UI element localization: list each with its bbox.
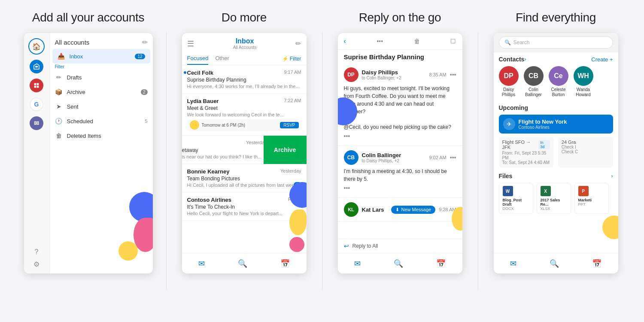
msg-body-0: Hi guys, excited to meet tonight. I'll b…	[344, 85, 456, 131]
nav-inbox[interactable]: 📥 Inbox 12	[52, 49, 150, 64]
file-icon-0: W	[503, 186, 513, 196]
nav-scheduled[interactable]: 🕐 Scheduled 5	[50, 114, 153, 128]
search-placeholder: Search	[513, 39, 530, 46]
settings-icon[interactable]: ⚙	[33, 260, 39, 268]
files-row: W Blog_Post Draft DOCX X 2017 Sales Re..…	[494, 181, 618, 216]
drafts-label: Drafts	[67, 74, 82, 81]
contact-3[interactable]: WH WandaHoward	[574, 66, 593, 97]
preview-0: Hi everyone, 4:30 works for me, I'll alr…	[187, 84, 301, 89]
filter-btn[interactable]: ⚡ Filter	[282, 56, 301, 62]
email-item-0[interactable]: Cecil Folk 9:17 AM Suprise Birthday Plan…	[182, 65, 307, 94]
file-type-0: DOCX	[503, 207, 529, 211]
subject-3: Team Bonding Pictures	[187, 176, 301, 182]
file-name-2: Marketi	[578, 198, 605, 202]
file-2[interactable]: P Marketi PPT	[574, 183, 609, 214]
preview-3: Hi Cecil, I uploaded all of the pictures…	[187, 182, 301, 188]
flight-sub2-1: Check C	[562, 149, 610, 154]
email-account[interactable]: ✉	[30, 116, 43, 130]
inbox-label: Inbox	[70, 53, 83, 60]
email-item-3[interactable]: Bonnie Kearney Yesterday Team Bonding Pi…	[182, 164, 307, 192]
bottom-bar-2: ✉ 🔍 📅	[182, 253, 307, 273]
email-item-2-swipe[interactable]: Archive ne Yesterday d weekend getaway e…	[182, 136, 307, 164]
delete-icon[interactable]: 🗑	[414, 38, 420, 45]
search-active-icon-4[interactable]: 🔍	[550, 259, 559, 268]
reply-bar[interactable]: ↩ Reply to All	[338, 239, 462, 253]
nav-sent[interactable]: ➤ Sent	[50, 99, 153, 114]
thread-header: ‹ ••• 🗑 ☐	[338, 33, 462, 50]
msg-time-2: 9:28 AM	[439, 207, 456, 212]
mail-icon-3[interactable]: ✉	[354, 259, 361, 268]
archive-action[interactable]: Archive	[264, 136, 307, 164]
contact-1[interactable]: CB ColinBallinger	[524, 66, 544, 97]
flight-sub1-1: Check I	[562, 145, 610, 149]
upcoming-card[interactable]: ✈ Flight to New York Contoso Airlines	[499, 115, 613, 134]
nav-archive[interactable]: 📦 Archive 2	[50, 85, 153, 99]
contacts-arrow[interactable]: ›	[524, 56, 526, 62]
msg-more-1[interactable]: •••	[450, 154, 456, 161]
archive-thread-icon[interactable]: ☐	[450, 38, 456, 45]
rsvp-button[interactable]: RSVP	[280, 122, 298, 128]
search-icon: 🔍	[504, 39, 511, 46]
search-tab-icon[interactable]: 🔍	[238, 259, 247, 268]
thread-title: Suprise Birthday Planning	[338, 50, 462, 63]
flight-item-1[interactable]: 24 Gra Check I Check C	[558, 137, 613, 167]
new-msg-label: New Message	[401, 207, 431, 212]
reply-icon: ↩	[344, 243, 349, 249]
time-4: Friday	[288, 197, 301, 203]
email-item-4[interactable]: Contoso Airlines Friday It's Time To Che…	[182, 192, 307, 221]
file-1[interactable]: X 2017 Sales Re... XLSX	[537, 183, 571, 214]
inbox-title: Inbox	[233, 37, 256, 45]
flight-label-0: Flight SFO → JFK	[502, 140, 539, 150]
compose-icon[interactable]: ✏	[295, 39, 301, 48]
unread-dot	[184, 71, 186, 74]
calendar-icon-4[interactable]: 📅	[592, 259, 601, 268]
office-account[interactable]	[30, 79, 43, 92]
email-item-1[interactable]: Lydia Bauer 7:22 AM Meet & Greet We look…	[182, 94, 307, 136]
search-icon-3[interactable]: 🔍	[394, 259, 403, 268]
tab-focused[interactable]: Focused	[187, 52, 209, 65]
nav-drafts[interactable]: ✏ Drafts	[50, 70, 153, 85]
files-arrow[interactable]: ›	[611, 173, 613, 179]
new-message-badge[interactable]: ⬇ New Message	[391, 206, 435, 214]
all-accounts-label: All accounts	[55, 39, 90, 46]
sidebar: 🏠 G ✉ ? ⚙	[24, 33, 50, 273]
section-do-more: Do more ☰ Inbox All Accounts ✏ Focused O…	[171, 11, 317, 311]
mail-icon-4[interactable]: ✉	[510, 259, 516, 268]
rsvp-avatar: 🌟	[190, 120, 199, 130]
inbox-icon: 📥	[58, 53, 65, 60]
nav-deleted[interactable]: 🗑 Deleted Items	[50, 128, 153, 143]
contact-0[interactable]: DP DaisyPhillips	[499, 66, 519, 97]
avatar-letter-0: DP	[347, 72, 355, 78]
section-find: Find everything 🔍 Search Contacts › Crea…	[483, 11, 629, 311]
hamburger-icon[interactable]: ☰	[187, 39, 194, 49]
contact-2[interactable]: Ce CelesteBurton	[549, 66, 568, 97]
tab-other[interactable]: Other	[215, 52, 229, 65]
bottom-bar-4: ✉ 🔍 📅	[494, 253, 618, 273]
back-icon[interactable]: ‹	[344, 37, 346, 45]
edit-icon[interactable]: ✏	[142, 38, 148, 46]
search-area: 🔍 Search	[494, 33, 618, 52]
more-icon[interactable]: •••	[377, 38, 383, 45]
upcoming-info: Flight to New York Contoso Airlines	[519, 118, 567, 130]
contact-name-3: WandaHoward	[576, 87, 590, 97]
outlook-account[interactable]	[30, 60, 43, 73]
flight-sub1-0: From: Fri, Sept 23 5:35 PM	[502, 151, 550, 160]
badge-3: 2	[294, 182, 301, 188]
google-account[interactable]: G	[30, 97, 43, 111]
home-icon[interactable]: 🏠	[28, 38, 45, 55]
file-0[interactable]: W Blog_Post Draft DOCX	[499, 183, 533, 214]
help-icon[interactable]: ?	[35, 248, 39, 256]
email-header-1: Lydia Bauer 7:22 AM	[187, 98, 301, 104]
msg-more-0[interactable]: •••	[450, 71, 456, 78]
mail-tab-icon[interactable]: ✉	[198, 259, 205, 268]
calendar-tab-icon[interactable]: 📅	[280, 259, 290, 268]
sent-label: Sent	[67, 103, 79, 110]
create-button[interactable]: Create +	[591, 56, 613, 63]
email-header-4: Contoso Airlines Friday	[187, 197, 301, 203]
search-bar[interactable]: 🔍 Search	[499, 36, 613, 49]
contact-avatar-3: WH	[574, 66, 593, 86]
scheduled-count: 5	[145, 118, 147, 124]
svg-rect-0	[35, 66, 38, 68]
calendar-icon-3[interactable]: 📅	[436, 259, 446, 268]
flight-item-0[interactable]: Flight SFO → JFK In 3d From: Fri, Sept 2…	[499, 137, 554, 167]
